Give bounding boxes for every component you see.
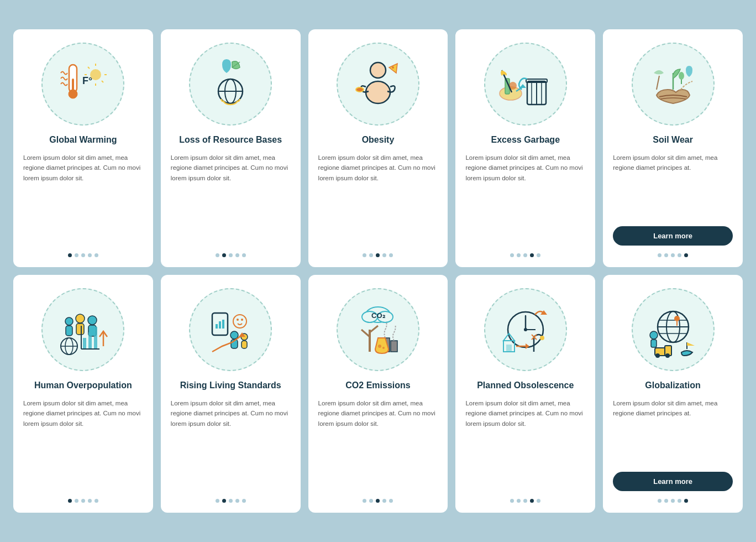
svg-rect-81 — [506, 345, 512, 352]
svg-line-31 — [657, 76, 659, 90]
pagination-dots — [216, 253, 246, 257]
svg-rect-94 — [651, 340, 657, 347]
dot-3 — [376, 253, 380, 257]
dot-5 — [95, 499, 98, 503]
dot-4 — [88, 499, 92, 503]
svg-line-67 — [361, 330, 370, 337]
card-grid: F° Global Warming Lorem ipsum dolor sit … — [13, 29, 743, 513]
svg-point-92 — [674, 316, 680, 321]
card-title: Planned Obsolescence — [477, 380, 574, 392]
svg-point-34 — [65, 317, 73, 325]
icon-loss-resource — [189, 43, 272, 126]
card-title: Rising Living Standards — [180, 380, 281, 392]
card-co2-emissions: CO₂ CO2 Emissions Lorem ipsum dolor sit … — [308, 275, 448, 513]
dot-1 — [68, 499, 72, 503]
card-body: Lorem ipsum dolor sit dim amet, mea regi… — [171, 153, 291, 246]
card-title: Loss of Resource Bases — [179, 134, 282, 146]
card-human-overpopulation: Human Overpopulation Lorem ipsum dolor s… — [13, 275, 153, 513]
dot-2 — [75, 253, 78, 257]
svg-rect-57 — [242, 341, 247, 348]
card-body: Lorem ipsum dolor sit dim amet, mea regi… — [613, 398, 733, 465]
card-globalization: Globalization Lorem ipsum dolor sit dim … — [603, 275, 743, 513]
dot-4 — [678, 253, 681, 257]
dot-1 — [658, 499, 662, 503]
dot-4 — [530, 499, 534, 503]
card-body: Lorem ipsum dolor sit dim amet, mea regi… — [613, 153, 733, 220]
dot-3 — [671, 499, 675, 503]
card-title: Human Overpopulation — [34, 380, 132, 392]
dot-4 — [88, 253, 92, 257]
svg-rect-53 — [222, 320, 224, 329]
icon-human-overpopulation — [41, 288, 124, 371]
svg-point-93 — [650, 331, 658, 339]
dot-1 — [216, 499, 219, 503]
learn-more-button-2[interactable]: Learn more — [613, 472, 733, 491]
icon-global-warming: F° — [41, 43, 124, 126]
svg-text:CO₂: CO₂ — [371, 311, 385, 320]
pagination-dots — [658, 499, 688, 503]
dot-3 — [671, 253, 675, 257]
card-body: Lorem ipsum dolor sit dim amet, mea regi… — [171, 398, 291, 491]
pagination-dots — [510, 499, 540, 503]
icon-rising-living — [189, 288, 272, 371]
dot-4 — [382, 499, 386, 503]
dot-3 — [81, 253, 85, 257]
svg-point-73 — [382, 347, 385, 349]
card-title: Global Warming — [49, 134, 117, 146]
svg-point-36 — [76, 314, 85, 323]
dot-5 — [684, 253, 688, 257]
pagination-dots — [510, 253, 540, 257]
card-body: Lorem ipsum dolor sit dim amet, mea regi… — [465, 153, 585, 246]
icon-excess-garbage — [484, 43, 567, 126]
dot-2 — [517, 253, 521, 257]
dot-5 — [242, 499, 246, 503]
card-body: Lorem ipsum dolor sit dim amet, mea regi… — [465, 398, 585, 491]
dot-4 — [382, 253, 386, 257]
dot-1 — [510, 253, 514, 257]
svg-point-38 — [88, 316, 97, 325]
svg-point-72 — [378, 345, 381, 348]
card-title: Obesity — [362, 134, 395, 146]
dot-2 — [664, 499, 668, 503]
dot-3 — [229, 499, 233, 503]
svg-rect-51 — [216, 324, 218, 329]
dot-2 — [369, 499, 373, 503]
dot-5 — [684, 499, 688, 503]
card-body: Lorem ipsum dolor sit dim amet, mea regi… — [318, 398, 438, 491]
svg-point-18 — [356, 88, 363, 91]
dot-5 — [389, 253, 393, 257]
dot-1 — [658, 253, 662, 257]
svg-rect-37 — [76, 324, 84, 335]
dot-5 — [242, 253, 246, 257]
pagination-dots — [216, 499, 246, 503]
card-body: Lorem ipsum dolor sit dim amet, mea regi… — [23, 398, 143, 491]
dot-1 — [363, 253, 366, 257]
pagination-dots — [363, 253, 393, 257]
icon-globalization — [632, 288, 715, 371]
pagination-dots — [658, 253, 688, 257]
svg-line-9 — [88, 67, 90, 69]
svg-point-59 — [237, 319, 239, 321]
dot-5 — [389, 499, 393, 503]
svg-rect-45 — [94, 327, 97, 349]
svg-point-54 — [230, 331, 238, 339]
dot-2 — [222, 499, 226, 503]
dot-4 — [235, 253, 239, 257]
svg-point-97 — [655, 353, 660, 358]
dot-1 — [68, 253, 72, 257]
card-title: Globalization — [645, 380, 700, 392]
card-planned-obsolescence: Planned Obsolescence Lorem ipsum dolor s… — [455, 275, 595, 513]
icon-co2-emissions: CO₂ — [337, 288, 419, 371]
svg-rect-52 — [219, 321, 221, 329]
svg-marker-29 — [519, 84, 526, 88]
card-title: Soil Wear — [653, 134, 693, 146]
svg-point-33 — [679, 72, 684, 80]
svg-line-10 — [102, 81, 103, 82]
svg-point-15 — [370, 62, 386, 78]
learn-more-button[interactable]: Learn more — [613, 226, 733, 246]
card-body: Lorem ipsum dolor sit dim amet, mea regi… — [318, 153, 438, 246]
dot-2 — [75, 499, 78, 503]
svg-line-68 — [370, 326, 378, 332]
dot-4 — [530, 253, 534, 257]
dot-1 — [216, 253, 219, 257]
